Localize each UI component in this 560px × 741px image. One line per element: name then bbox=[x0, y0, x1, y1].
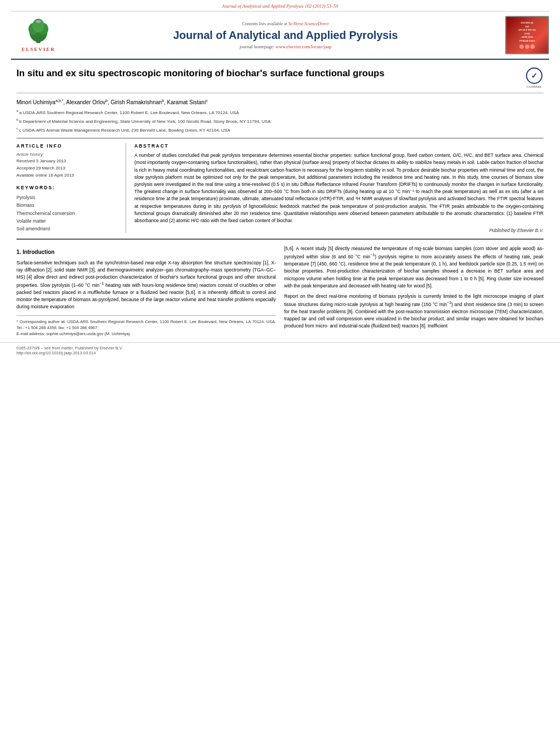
article-title: In situ and ex situ spectroscopic monito… bbox=[16, 67, 524, 80]
received-date: Received 3 January 2013 bbox=[16, 158, 119, 165]
elsevier-tree-icon bbox=[22, 18, 55, 46]
body-left-col: 1. Introduction Surface-sensitive techni… bbox=[16, 245, 276, 337]
footnote-email: E-mail address: sophie.uchimiya@ars.usda… bbox=[16, 331, 276, 337]
keyword-pyrolysis: Pyrolysis bbox=[16, 194, 119, 201]
footnote-corresponding: * Corresponding author at: USDA-ARS Sout… bbox=[16, 319, 276, 331]
authors-sistani: , Karamat Sistani bbox=[164, 99, 206, 105]
affiliation-a: a a USDA-ARS Southern Regional Research … bbox=[16, 109, 544, 116]
abstract-header: ABSTRACT bbox=[134, 143, 544, 149]
keyword-biomass: Biomass bbox=[16, 201, 119, 209]
svg-point-6 bbox=[36, 20, 41, 23]
intro-number: 1. bbox=[16, 249, 21, 255]
page: Journal of Analytical and Applied Pyroly… bbox=[0, 0, 560, 741]
affil-text-a: a USDA-ARS Southern Regional Research Ce… bbox=[19, 110, 239, 115]
journal-top-bar: Journal of Analytical and Applied Pyroly… bbox=[11, 3, 549, 12]
footer-doi: http://dx.doi.org/10.1016/j.jaap.2013.03… bbox=[16, 350, 544, 355]
sciverse-link: SciVerse ScienceDirect bbox=[289, 21, 329, 26]
keyword-thermochemical: Thermochemical conversion bbox=[16, 210, 119, 217]
keyword-volatile: Volatile matter bbox=[16, 217, 119, 225]
keyword-soil: Soil amendment bbox=[16, 225, 119, 233]
journal-title-center: Contents lists available at SciVerse Sci… bbox=[66, 21, 505, 49]
elsevier-logo: ELSEVIER bbox=[11, 18, 66, 52]
body-right-col: [5,6]. A recent study [5] directly measu… bbox=[284, 245, 544, 337]
intro-section-title: 1. Introduction bbox=[16, 248, 276, 257]
elsevier-label: ELSEVIER bbox=[21, 47, 55, 52]
crossmark-label: CrossMark bbox=[527, 85, 541, 88]
footnote-area: * Corresponding author at: USDA-ARS Sout… bbox=[16, 315, 276, 337]
published-by: Published by Elsevier B.V. bbox=[134, 228, 544, 233]
affiliation-b: b b Department of Material Science and E… bbox=[16, 117, 544, 125]
authors-line: Minori Uchimiyaa,b,*, Alexander Orlovb, … bbox=[16, 99, 544, 105]
article-area: In situ and ex situ spectroscopic monito… bbox=[0, 62, 560, 342]
right-paragraph-1: [5,6]. A recent study [5] directly measu… bbox=[284, 245, 544, 290]
available-date: Available online 16 April 2013 bbox=[16, 172, 119, 179]
keywords-section: Keywords: Pyrolysis Biomass Thermochemic… bbox=[16, 185, 119, 233]
keywords-header: Keywords: bbox=[16, 185, 119, 190]
crossmark-badge: ✓ CrossMark bbox=[524, 67, 544, 88]
right-paragraph-2: Report on the direct real-time monitorin… bbox=[284, 293, 544, 330]
right-column: ABSTRACT A number of studies concluded t… bbox=[134, 143, 544, 233]
author-uchimiya: Minori Uchimiya bbox=[16, 99, 55, 105]
left-column: Article info Article history: Received 3… bbox=[16, 143, 126, 233]
intro-title: Introduction bbox=[22, 249, 54, 255]
journal-branding: ELSEVIER Contents lists available at Sci… bbox=[11, 14, 549, 56]
author-uchimiya-super: a,b,* bbox=[55, 99, 63, 103]
header-divider bbox=[11, 59, 549, 60]
contents-label: Contents lists available at bbox=[242, 21, 287, 26]
homepage-label: journal homepage: bbox=[240, 44, 275, 49]
affiliation-c: c c USDA-ARS Animal Waste Management Res… bbox=[16, 126, 544, 134]
authors-rest: , Alexander Orlov bbox=[64, 99, 106, 105]
intro-paragraph-1: Surface-sensitive techniques such as the… bbox=[16, 259, 276, 311]
accepted-date: Accepted 29 March 2013 bbox=[16, 165, 119, 172]
affiliations: a a USDA-ARS Southern Regional Research … bbox=[16, 109, 544, 133]
crossmark-icon: ✓ bbox=[526, 67, 542, 84]
affil-text-b: b Department of Material Science and Eng… bbox=[19, 119, 270, 124]
journal-header: Journal of Analytical and Applied Pyroly… bbox=[0, 0, 560, 62]
journal-citation: Journal of Analytical and Applied Pyroly… bbox=[222, 3, 338, 9]
authors-ramakrishnan: , Girish Ramakrishnan bbox=[108, 99, 162, 105]
article-title-section: In situ and ex situ spectroscopic monito… bbox=[16, 67, 544, 93]
two-col-layout: Article info Article history: Received 3… bbox=[16, 138, 544, 233]
journal-homepage: journal homepage: www.elsevier.com/locat… bbox=[66, 44, 505, 49]
author-sistani-super: c bbox=[206, 99, 208, 103]
contents-line: Contents lists available at SciVerse Sci… bbox=[66, 21, 505, 26]
article-info-header: Article info bbox=[16, 143, 119, 149]
article-history-label: Article history: bbox=[16, 152, 119, 157]
abstract-text: A number of studies concluded that peak … bbox=[134, 152, 544, 224]
journal-main-title: Journal of Analytical and Applied Pyroly… bbox=[66, 29, 505, 42]
homepage-url: www.elsevier.com/locate/jaap bbox=[275, 44, 331, 49]
article-info-section: Article info Article history: Received 3… bbox=[16, 143, 119, 179]
affil-text-c: c USDA-ARS Animal Waste Management Resea… bbox=[19, 127, 230, 132]
section-divider bbox=[16, 239, 544, 240]
body-columns: 1. Introduction Surface-sensitive techni… bbox=[16, 245, 544, 337]
footer-issn: 0165-2370/$ – see front matter. Publishe… bbox=[16, 346, 544, 350]
footer-bar: 0165-2370/$ – see front matter. Publishe… bbox=[0, 342, 560, 358]
journal-cover-image: JOURNALOFANALYTICALANDAPPLIEDPYROLYSIS bbox=[505, 16, 549, 54]
